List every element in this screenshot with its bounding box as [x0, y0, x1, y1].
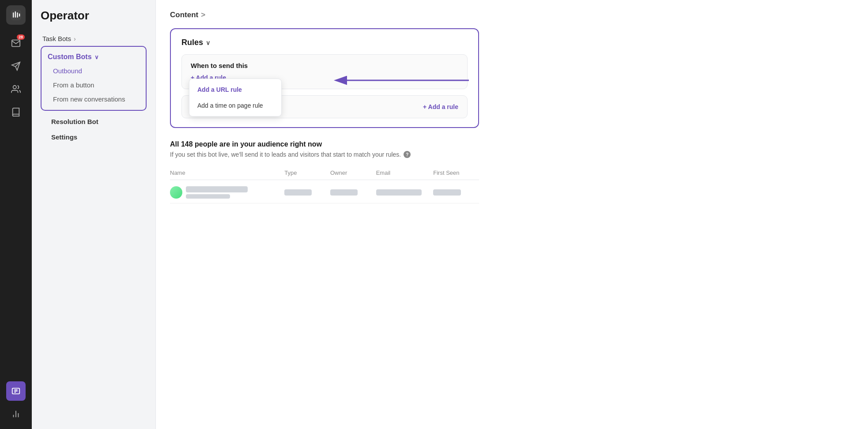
col-header-type: Type: [284, 169, 330, 176]
sidebar-section: Task Bots › Custom Bots ∨ Outbound From …: [32, 31, 155, 144]
breadcrumb-content: Content: [170, 11, 198, 19]
email-blurred: [376, 189, 422, 196]
name-stack: [186, 186, 248, 199]
cell-first-seen: [433, 189, 479, 196]
rules-title: Rules: [181, 38, 203, 47]
sidebar-item-outbound[interactable]: [6, 56, 26, 76]
who-sees-add-rule-button[interactable]: + Add a rule: [423, 103, 458, 110]
first-seen-blurred: [433, 189, 460, 196]
icon-bar: 28: [0, 0, 32, 429]
sidebar-item-outbound[interactable]: Outbound: [45, 64, 142, 78]
svg-rect-1: [13, 12, 14, 18]
custom-bots-group: Custom Bots ∨ Outbound From a button Fro…: [41, 46, 147, 111]
name-sub-blurred: [186, 194, 230, 199]
task-bots-label: Task Bots: [42, 35, 71, 42]
avatar: [170, 186, 182, 199]
audience-description: If you set this bot live, we'll send it …: [170, 151, 479, 158]
operator-icon: [11, 386, 21, 396]
col-header-first-seen: First Seen: [433, 169, 479, 176]
svg-point-7: [13, 86, 16, 89]
help-icon[interactable]: ?: [404, 151, 411, 158]
app-logo[interactable]: [6, 5, 26, 25]
svg-rect-2: [15, 11, 16, 18]
annotation-arrow: [283, 72, 469, 98]
table-header: Name Type Owner Email First Seen: [170, 166, 479, 180]
sidebar-item-taskbots[interactable]: Task Bots ›: [37, 31, 150, 46]
sidebar-item-users[interactable]: [6, 79, 26, 99]
cell-type: [284, 189, 330, 196]
outbound-icon: [11, 61, 21, 71]
sidebar-item-from-new-conversations[interactable]: From new conversations: [45, 92, 142, 106]
when-to-send-label: When to send this: [191, 62, 458, 69]
dropdown-popup: Add a URL rule Add a time on page rule: [189, 79, 282, 117]
audience-count: All 148 people are in your audience righ…: [170, 140, 479, 148]
audience-info: All 148 people are in your audience righ…: [170, 140, 479, 203]
name-blurred: [186, 186, 248, 192]
chevron-down-icon: ∨: [94, 54, 99, 60]
main-content: Content > Rules ∨ When to send this + Ad…: [155, 0, 868, 429]
svg-rect-3: [17, 12, 18, 18]
when-to-send-box: When to send this + Add a rule Add a URL…: [181, 54, 468, 89]
cell-name: [170, 186, 284, 199]
add-time-on-page-rule-item[interactable]: Add a time on page rule: [189, 98, 281, 113]
rules-section: Rules ∨ When to send this + Add a rule A…: [170, 28, 479, 128]
rules-header[interactable]: Rules ∨: [181, 38, 468, 47]
users-icon: [11, 84, 21, 94]
sidebar-item-reports[interactable]: [6, 404, 26, 424]
cell-owner: [330, 189, 376, 196]
breadcrumb-chevron: >: [201, 11, 205, 19]
rules-chevron-icon: ∨: [206, 39, 210, 46]
sidebar: Operator Task Bots › Custom Bots ∨ Outbo…: [32, 0, 155, 429]
col-header-email: Email: [376, 169, 434, 176]
type-blurred: [284, 189, 312, 196]
chevron-right-icon: ›: [74, 35, 76, 42]
sidebar-item-resolution-bot[interactable]: Resolution Bot: [42, 114, 145, 129]
col-header-owner: Owner: [330, 169, 376, 176]
inbox-icon: [11, 38, 21, 48]
svg-rect-4: [19, 14, 20, 17]
sidebar-item-operator[interactable]: [6, 381, 26, 401]
sidebar-title: Operator: [32, 9, 155, 31]
badge: 28: [17, 34, 25, 40]
sidebar-item-from-button[interactable]: From a button: [45, 78, 142, 92]
cell-email: [376, 189, 434, 196]
sidebar-item-settings[interactable]: Settings: [42, 130, 145, 144]
sidebar-item-inbox[interactable]: 28: [6, 34, 26, 53]
custom-bots-label: Custom Bots: [48, 53, 92, 61]
col-header-name: Name: [170, 169, 284, 176]
intercom-icon: [10, 9, 22, 21]
owner-blurred: [330, 189, 358, 196]
add-url-rule-item[interactable]: Add a URL rule: [189, 82, 281, 98]
reports-icon: [11, 409, 21, 419]
custom-bots-header[interactable]: Custom Bots ∨: [43, 50, 144, 64]
breadcrumb: Content >: [170, 11, 854, 19]
sidebar-item-knowledge[interactable]: [6, 102, 26, 122]
table-row: [170, 182, 479, 203]
who-sees-add-rule-label: + Add a rule: [423, 103, 458, 110]
knowledge-icon: [11, 107, 21, 117]
audience-table: Name Type Owner Email First Seen: [170, 166, 479, 203]
